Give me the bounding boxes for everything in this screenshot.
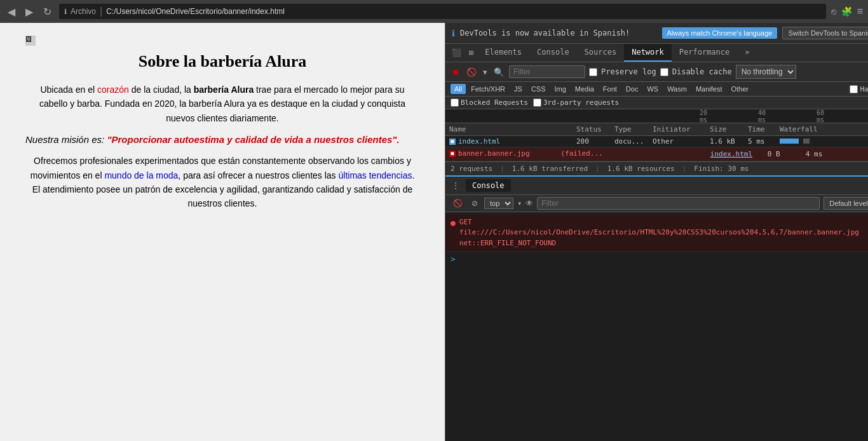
- filter-fetchxhr[interactable]: Fetch/XHR: [467, 84, 509, 94]
- page-body2: Ofrecemos profesionales experimentados q…: [25, 154, 419, 211]
- console-prompt[interactable]: >: [445, 252, 868, 266]
- col-waterfall[interactable]: Waterfall: [776, 125, 868, 133]
- filter-other[interactable]: Other: [727, 84, 752, 94]
- archivo-label: Archivo: [71, 7, 96, 16]
- status-transferred: 1.6 kB transferred: [512, 165, 588, 173]
- timeline-labels: 20 ms 40 ms 60 ms 80 ms 100 ms: [700, 109, 868, 123]
- console-panel: ⋮ Console × 🚫 ⊘ top ▾ 👁 Default levels ▾: [445, 175, 868, 442]
- row2-time: 4 ms: [802, 150, 834, 158]
- nav-forward-button[interactable]: ▶: [23, 3, 36, 20]
- status-requests: 2 requests: [451, 165, 492, 173]
- preserve-log-label: Preserve log: [601, 67, 656, 76]
- console-tab[interactable]: Console: [466, 179, 511, 192]
- has-blocked-cookies-label[interactable]: Has blocked cookies: [850, 85, 868, 93]
- timeline-60ms: 60 ms: [817, 109, 824, 123]
- blocked-requests-label[interactable]: Blocked Requests: [451, 98, 528, 107]
- row2-status: (failed...: [557, 149, 668, 159]
- has-blocked-cookies-checkbox[interactable]: [850, 85, 858, 93]
- network-rows: ■ index.html 200 docu... Other 1.6 kB 5 …: [445, 136, 868, 161]
- tab-performance[interactable]: Performance: [672, 44, 737, 62]
- third-party-requests-label[interactable]: 3rd-party requests: [533, 98, 619, 107]
- clear-button[interactable]: 🚫: [465, 66, 478, 78]
- filter-manifest[interactable]: Manifest: [692, 84, 726, 94]
- filter-wasm[interactable]: Wasm: [663, 84, 691, 94]
- waterfall-bar: [780, 139, 799, 144]
- col-size[interactable]: Size: [706, 125, 744, 133]
- console-dots-button[interactable]: ⋮: [451, 180, 461, 191]
- devtools-pointer-icon[interactable]: ⊞: [465, 44, 477, 61]
- col-name[interactable]: Name: [445, 125, 573, 133]
- tab-more[interactable]: »: [737, 44, 757, 62]
- filter-ws[interactable]: WS: [643, 84, 662, 94]
- devtools-panel: ℹ DevTools is now available in Spanish! …: [445, 23, 868, 441]
- prompt-arrow: >: [451, 254, 456, 264]
- network-table-header: Name Status Type Initiator Size Time Wat…: [445, 123, 868, 136]
- search-button[interactable]: 🔍: [492, 66, 505, 78]
- disable-cache-label: Disable cache: [672, 67, 732, 76]
- lock-icon: ℹ: [64, 8, 67, 16]
- notification-text: DevTools is now available in Spanish!: [460, 29, 657, 37]
- third-party-checkbox[interactable]: [533, 98, 541, 107]
- console-expand-icon[interactable]: ▾: [517, 199, 522, 208]
- nav-reload-button[interactable]: ↻: [41, 3, 54, 20]
- network-status-bar: 2 requests | 1.6 kB transferred | 1.6 kB…: [445, 161, 868, 175]
- filter-doc[interactable]: Doc: [622, 84, 642, 94]
- match-language-button[interactable]: Always match Chrome's language: [662, 27, 778, 39]
- notification-icon: ℹ: [452, 29, 455, 38]
- console-levels-select[interactable]: Default levels ▾: [824, 197, 868, 210]
- col-initiator[interactable]: Initiator: [649, 125, 706, 133]
- filter-button[interactable]: ▾: [482, 66, 489, 78]
- waterfall-timeline: 20 ms 40 ms 60 ms 80 ms 100 ms: [445, 109, 868, 123]
- address-bar[interactable]: ℹ Archivo | C:/Users/nicol/OneDrive/Escr…: [59, 4, 826, 19]
- throttle-select[interactable]: No throttling: [736, 65, 796, 79]
- row1-initiator: Other: [649, 137, 706, 146]
- filter-css[interactable]: CSS: [527, 84, 550, 94]
- nav-back-button[interactable]: ◀: [5, 3, 18, 20]
- console-top-select[interactable]: top: [484, 198, 513, 209]
- table-row[interactable]: ■ banner.banner.jpg (failed... index.htm…: [445, 147, 868, 161]
- filter-media[interactable]: Media: [571, 84, 598, 94]
- record-button[interactable]: ⏺: [451, 66, 461, 78]
- page-mission: Nuestra misión es: "Proporcionar autoest…: [25, 134, 419, 145]
- console-top-bar: 🚫 ⊘ top ▾ 👁 Default levels ▾ 1 Issue: 1: [445, 195, 868, 212]
- console-header: ⋮ Console ×: [445, 177, 868, 195]
- tab-elements[interactable]: Elements: [477, 44, 529, 62]
- error-message: GET file:///C:/Users/nicol/OneDrive/Escr…: [459, 217, 868, 249]
- filter-font[interactable]: Font: [599, 84, 621, 94]
- filter-input[interactable]: [509, 65, 585, 78]
- preserve-log-checkbox[interactable]: [589, 68, 597, 76]
- devtools-tabs: ⬛ ⊞ Elements Console Sources Network Per…: [445, 44, 868, 62]
- blocked-requests-checkbox[interactable]: [451, 98, 459, 107]
- filter-all[interactable]: All: [451, 84, 466, 94]
- tab-sources[interactable]: Sources: [577, 44, 625, 62]
- table-row[interactable]: ■ index.html 200 docu... Other 1.6 kB 5 …: [445, 136, 868, 147]
- tab-console[interactable]: Console: [529, 44, 577, 62]
- console-error-row: ● GET file:///C:/Users/nicol/OneDrive/Es…: [445, 215, 868, 252]
- console-block-button[interactable]: ⊘: [469, 198, 480, 209]
- url-text: C:/Users/nicol/OneDrive/Escritorio/banne…: [106, 7, 285, 16]
- address-separator: |: [100, 6, 102, 17]
- status-finish: Finish: 30 ms: [694, 165, 749, 173]
- filter-js[interactable]: JS: [510, 84, 526, 94]
- console-eye-icon[interactable]: 👁: [526, 199, 533, 208]
- share-icon[interactable]: ⎋: [831, 6, 836, 17]
- status-resources: 1.6 kB resources: [607, 165, 675, 173]
- row2-size: 0 B: [764, 150, 802, 158]
- filter-img[interactable]: Img: [551, 84, 570, 94]
- console-clear-button[interactable]: 🚫: [451, 198, 465, 209]
- menu-icon[interactable]: ≡: [857, 6, 863, 17]
- devtools-inspect-icon[interactable]: ⬛: [448, 44, 465, 61]
- tab-network[interactable]: Network: [624, 44, 672, 62]
- disable-cache-checkbox[interactable]: [660, 68, 668, 76]
- console-filter-input[interactable]: [537, 197, 820, 210]
- switch-devtools-button[interactable]: Switch DevTools to Spanish: [782, 27, 868, 39]
- extensions-icon[interactable]: 🧩: [841, 6, 852, 17]
- browser-chrome: ◀ ▶ ↻ ℹ Archivo | C:/Users/nicol/OneDriv…: [0, 0, 868, 23]
- timeline-20ms: 20 ms: [700, 109, 707, 123]
- console-content: ● GET file:///C:/Users/nicol/OneDrive/Es…: [445, 212, 868, 442]
- waterfall-bar-empty: [803, 139, 810, 144]
- row2-initiator[interactable]: index.html: [707, 150, 764, 158]
- col-time[interactable]: Time: [744, 125, 776, 133]
- col-type[interactable]: Type: [611, 125, 649, 133]
- col-status[interactable]: Status: [573, 125, 611, 133]
